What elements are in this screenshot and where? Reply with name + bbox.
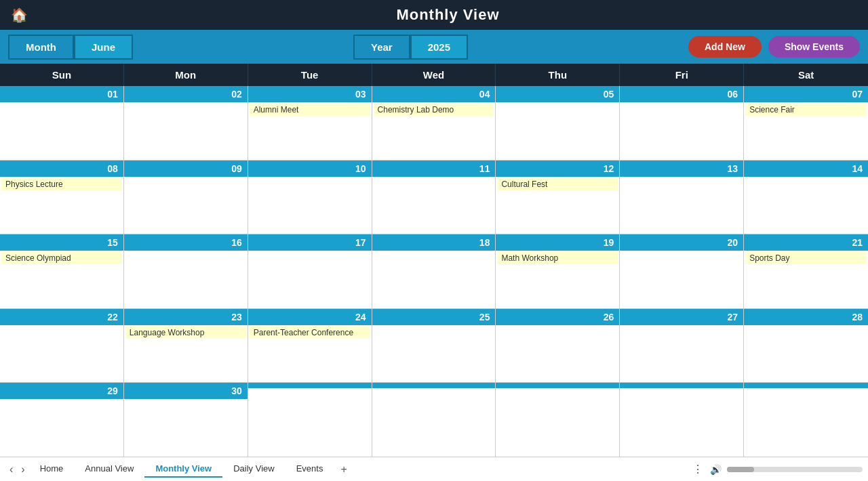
calendar-cell-26[interactable]: 26 (496, 309, 620, 383)
calendar-event[interactable]: Alumni Meet (250, 104, 370, 116)
calendar-cell-05[interactable]: 05 (496, 86, 620, 160)
calendar-cell-07[interactable]: 07Science Fair (744, 86, 868, 160)
calendar-cell-06[interactable]: 06 (620, 86, 744, 160)
tab-add-button[interactable]: + (334, 461, 353, 478)
year-label: Year (353, 35, 410, 60)
calendar-cell-15[interactable]: 15Science Olympiad (0, 234, 124, 308)
cal-date-number: 25 (372, 309, 496, 325)
calendar-cell-empty-5[interactable] (620, 383, 744, 457)
calendar-cell-13[interactable]: 13 (620, 161, 744, 234)
header-bar: 🏠 Monthly View (0, 0, 868, 30)
cal-date-number: 11 (372, 161, 496, 177)
calendar-cell-empty-3[interactable] (372, 383, 496, 457)
cal-date-number: 14 (744, 161, 868, 177)
home-icon[interactable]: 🏠 (11, 7, 28, 23)
calendar-cell-01[interactable]: 01 (0, 86, 124, 160)
cal-date-empty (496, 383, 619, 388)
scroll-track[interactable] (727, 467, 863, 472)
calendar-cell-14[interactable]: 14 (744, 161, 868, 234)
calendar-cell-03[interactable]: 03Alumni Meet (248, 86, 372, 160)
calendar-week-5: 2930 (0, 383, 868, 457)
calendar-cell-22[interactable]: 22 (0, 309, 124, 383)
calendar-cell-19[interactable]: 19Math Workshop (496, 234, 620, 308)
year-value[interactable]: 2025 (410, 35, 468, 60)
day-header-thu: Thu (496, 64, 620, 86)
calendar-grid: 010203Alumni Meet04Chemistry Lab Demo050… (0, 86, 868, 457)
calendar-cell-02[interactable]: 02 (124, 86, 248, 160)
tab-events[interactable]: Events (285, 461, 334, 478)
calendar-cell-20[interactable]: 20 (620, 234, 744, 308)
calendar-event[interactable]: Physics Lecture (1, 178, 122, 190)
scroll-thumb (727, 467, 754, 472)
cal-date-number: 03 (248, 86, 372, 102)
calendar-week-2: 08Physics Lecture09101112Cultural Fest13… (0, 161, 868, 235)
calendar-cell-30[interactable]: 30 (124, 383, 248, 457)
cal-date-number: 10 (248, 161, 372, 177)
tab-annual-view[interactable]: Annual View (74, 461, 144, 478)
month-value[interactable]: June (74, 35, 133, 60)
calendar-cell-empty-4[interactable] (496, 383, 620, 457)
cal-date-number: 22 (0, 309, 123, 325)
cal-date-number: 19 (496, 234, 619, 251)
day-headers: SunMonTueWedThuFriSat (0, 64, 868, 86)
calendar-cell-11[interactable]: 11 (372, 161, 496, 234)
cal-date-number: 12 (496, 161, 619, 177)
calendar-cell-27[interactable]: 27 (620, 309, 744, 383)
calendar-event[interactable]: Language Workshop (125, 327, 246, 339)
tab-prev-button[interactable]: ‹ (5, 461, 17, 478)
tab-monthly-view[interactable]: Monthly View (144, 461, 222, 478)
calendar-cell-09[interactable]: 09 (124, 161, 248, 234)
show-events-button[interactable]: Show Events (768, 36, 860, 58)
calendar-week-4: 2223Language Workshop24Parent-Teacher Co… (0, 309, 868, 383)
calendar-event[interactable]: Cultural Fest (497, 178, 618, 190)
cal-date-number: 20 (620, 234, 743, 251)
cal-date-number: 28 (744, 309, 868, 325)
add-new-button[interactable]: Add New (688, 36, 762, 58)
tab-home[interactable]: Home (29, 461, 75, 478)
calendar: SunMonTueWedThuFriSat 010203Alumni Meet0… (0, 64, 868, 457)
cal-date-number: 15 (0, 234, 123, 251)
calendar-cell-23[interactable]: 23Language Workshop (124, 309, 248, 383)
cal-date-number: 02 (124, 86, 248, 102)
calendar-cell-12[interactable]: 12Cultural Fest (496, 161, 620, 234)
tab-daily-view[interactable]: Daily View (222, 461, 285, 478)
calendar-cell-28[interactable]: 28 (744, 309, 868, 383)
cal-date-number: 21 (744, 234, 868, 251)
cal-date-number: 09 (124, 161, 248, 177)
calendar-cell-17[interactable]: 17 (248, 234, 372, 308)
calendar-cell-18[interactable]: 18 (372, 234, 496, 308)
calendar-week-1: 010203Alumni Meet04Chemistry Lab Demo050… (0, 86, 868, 161)
calendar-event[interactable]: Science Olympiad (1, 252, 122, 264)
calendar-event[interactable]: Chemistry Lab Demo (374, 104, 494, 116)
calendar-event[interactable]: Science Fair (745, 104, 867, 116)
calendar-cell-21[interactable]: 21Sports Day (744, 234, 868, 308)
month-label: Month (8, 35, 74, 60)
tab-next-button[interactable]: › (17, 461, 28, 478)
cal-date-number: 23 (124, 309, 248, 325)
calendar-cell-16[interactable]: 16 (124, 234, 248, 308)
calendar-cell-empty-6[interactable] (744, 383, 868, 457)
calendar-event[interactable]: Sports Day (745, 252, 867, 264)
cal-date-number: 16 (124, 234, 248, 251)
cal-date-empty (372, 383, 496, 388)
calendar-cell-08[interactable]: 08Physics Lecture (0, 161, 124, 234)
calendar-cell-10[interactable]: 10 (248, 161, 372, 234)
cal-date-number: 26 (496, 309, 619, 325)
calendar-cell-25[interactable]: 25 (372, 309, 496, 383)
calendar-cell-29[interactable]: 29 (0, 383, 124, 457)
cal-date-empty (248, 383, 372, 388)
calendar-cell-empty-2[interactable] (248, 383, 372, 457)
tab-bar: ‹ › HomeAnnual ViewMonthly ViewDaily Vie… (0, 457, 868, 481)
cal-date-number: 18 (372, 234, 496, 251)
cal-date-number: 08 (0, 161, 123, 177)
cal-date-number: 29 (0, 383, 123, 399)
speaker-icon: 🔊 (710, 464, 722, 475)
toolbar: Month June Year 2025 Add New Show Events (0, 30, 868, 64)
calendar-event[interactable]: Parent-Teacher Conference (250, 327, 370, 339)
calendar-cell-04[interactable]: 04Chemistry Lab Demo (372, 86, 496, 160)
tab-more-button[interactable]: ⋮ (688, 460, 707, 478)
day-header-sat: Sat (744, 64, 868, 86)
calendar-cell-24[interactable]: 24Parent-Teacher Conference (248, 309, 372, 383)
cal-date-number: 24 (248, 309, 372, 325)
calendar-event[interactable]: Math Workshop (497, 252, 618, 264)
